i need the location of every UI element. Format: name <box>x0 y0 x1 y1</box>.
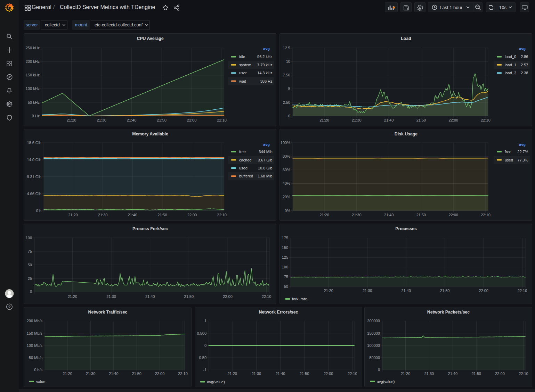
svg-text:22:10: 22:10 <box>481 213 491 217</box>
svg-text:21:20: 21:20 <box>319 213 329 217</box>
svg-text:21:50: 21:50 <box>440 289 450 293</box>
svg-text:avg: avg <box>519 47 526 51</box>
svg-text:load_2: load_2 <box>505 71 516 75</box>
svg-text:77.3%: 77.3% <box>517 158 528 162</box>
svg-text:200000: 200000 <box>367 319 380 323</box>
svg-text:18.6 Gib: 18.6 Gib <box>27 141 41 145</box>
svg-text:21:40: 21:40 <box>384 118 394 122</box>
svg-text:21:40: 21:40 <box>128 213 137 217</box>
svg-text:21:50: 21:50 <box>157 213 167 217</box>
svg-text:14.0 Gib: 14.0 Gib <box>27 158 41 162</box>
svg-text:4.66 Gib: 4.66 Gib <box>27 192 41 196</box>
svg-text:100 Mb/s: 100 Mb/s <box>27 343 43 348</box>
svg-text:1.68 Mib: 1.68 Mib <box>258 174 272 178</box>
svg-text:user: user <box>239 71 247 75</box>
svg-text:100 kHz: 100 kHz <box>26 86 40 91</box>
svg-text:2.38: 2.38 <box>521 71 528 75</box>
svg-text:7.50: 7.50 <box>283 73 290 77</box>
svg-text:200 kHz: 200 kHz <box>26 59 40 64</box>
svg-text:Network Errors/sec: Network Errors/sec <box>259 310 298 315</box>
svg-text:?: ? <box>8 305 10 309</box>
svg-text:Disk Usage: Disk Usage <box>395 132 418 136</box>
svg-text:-1: -1 <box>203 368 206 372</box>
svg-text:22:00: 22:00 <box>448 213 458 217</box>
svg-text:used: used <box>239 166 248 170</box>
svg-text:22:00: 22:00 <box>187 118 197 122</box>
svg-text:175: 175 <box>282 236 288 240</box>
svg-text:10.8 Gib: 10.8 Gib <box>258 166 273 170</box>
svg-text:22:00: 22:00 <box>495 372 505 376</box>
svg-text:21:50: 21:50 <box>300 372 309 376</box>
svg-text:22:00: 22:00 <box>223 294 233 299</box>
svg-text:Memory Available: Memory Available <box>132 132 168 136</box>
svg-text:96.2 kHz: 96.2 kHz <box>257 55 272 59</box>
svg-text:40%: 40% <box>283 181 290 185</box>
svg-text:0: 0 <box>288 114 290 118</box>
svg-text:0: 0 <box>30 290 32 294</box>
svg-text:3.67 Gib: 3.67 Gib <box>258 158 273 162</box>
svg-text:CPU Average: CPU Average <box>137 36 164 41</box>
svg-text:75: 75 <box>28 249 32 253</box>
svg-text:21:20: 21:20 <box>67 118 76 122</box>
svg-text:21:50: 21:50 <box>132 372 141 376</box>
svg-text:21:30: 21:30 <box>363 289 372 293</box>
svg-text:avg: avg <box>263 142 270 147</box>
svg-text:150000: 150000 <box>367 331 380 335</box>
svg-text:21:30: 21:30 <box>106 294 116 299</box>
svg-text:100: 100 <box>26 236 32 240</box>
svg-text:80%: 80% <box>283 154 290 158</box>
svg-text:200 Mb/s: 200 Mb/s <box>27 319 43 323</box>
svg-text:21:20: 21:20 <box>324 289 333 293</box>
svg-text:0.500: 0.500 <box>197 331 206 335</box>
svg-text:22:00: 22:00 <box>187 213 197 217</box>
svg-text:21:50: 21:50 <box>471 372 481 376</box>
svg-text:10: 10 <box>286 59 290 64</box>
svg-text:50 kHz: 50 kHz <box>28 100 40 105</box>
svg-text:22:00: 22:00 <box>479 289 488 293</box>
svg-text:21:40: 21:40 <box>109 372 119 376</box>
svg-text:25: 25 <box>28 276 32 281</box>
svg-text:22:10: 22:10 <box>178 372 188 376</box>
svg-text:avg(value): avg(value) <box>207 380 225 384</box>
svg-text:150: 150 <box>282 245 288 250</box>
svg-text:value: value <box>36 380 45 384</box>
svg-text:free: free <box>505 150 511 154</box>
svg-text:avg: avg <box>263 47 270 51</box>
svg-text:fork_rate: fork_rate <box>292 297 307 301</box>
svg-text:21:20: 21:20 <box>63 372 72 376</box>
svg-text:21:20: 21:20 <box>227 372 237 376</box>
svg-text:14.3 kHz: 14.3 kHz <box>257 71 272 75</box>
svg-text:avg: avg <box>519 142 526 147</box>
svg-text:buffered: buffered <box>239 174 253 178</box>
svg-text:150 Mb/s: 150 Mb/s <box>27 331 43 335</box>
svg-text:2.50: 2.50 <box>283 100 290 105</box>
svg-text:21:50: 21:50 <box>157 118 167 122</box>
svg-text:21:40: 21:40 <box>401 289 411 293</box>
svg-text:21:30: 21:30 <box>86 372 96 376</box>
svg-text:22:10: 22:10 <box>481 118 491 122</box>
svg-text:21:30: 21:30 <box>352 118 362 122</box>
svg-text:Load: Load <box>401 36 411 41</box>
svg-text:used: used <box>505 158 513 162</box>
svg-text:22:10: 22:10 <box>217 118 227 122</box>
svg-text:50000: 50000 <box>369 356 380 360</box>
svg-text:21:30: 21:30 <box>424 372 434 376</box>
svg-text:21:30: 21:30 <box>252 372 261 376</box>
svg-text:250 kHz: 250 kHz <box>26 46 40 50</box>
svg-text:21:20: 21:20 <box>319 118 329 122</box>
svg-text:22:00: 22:00 <box>155 372 165 376</box>
svg-text:system: system <box>239 63 251 67</box>
svg-text:21:20: 21:20 <box>401 372 411 376</box>
svg-text:Processes: Processes <box>395 226 417 231</box>
svg-text:20%: 20% <box>283 195 290 199</box>
svg-text:150 kHz: 150 kHz <box>26 73 40 77</box>
svg-text:Network Packets/sec: Network Packets/sec <box>427 310 470 315</box>
svg-text:21:20: 21:20 <box>68 294 78 299</box>
svg-text:0 Hz: 0 Hz <box>32 114 40 118</box>
svg-text:0%: 0% <box>285 209 290 213</box>
svg-text:7.79 kHz: 7.79 kHz <box>257 63 272 67</box>
svg-text:22:10: 22:10 <box>518 289 527 293</box>
svg-text:2.86: 2.86 <box>521 55 528 59</box>
svg-text:load_0: load_0 <box>505 55 516 59</box>
svg-text:Network Traffic/sec: Network Traffic/sec <box>88 310 128 315</box>
